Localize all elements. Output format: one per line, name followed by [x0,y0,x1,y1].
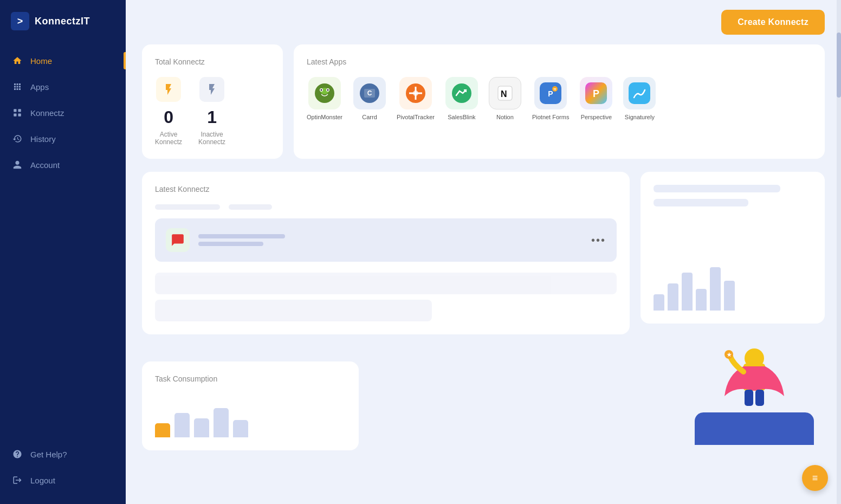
app-item-piotnet[interactable]: P π Piotnet Forms [532,77,569,120]
perspective-icon: P [580,77,612,109]
salesblink-icon [445,77,478,109]
app-item-salesblink[interactable]: SalesBlink [445,77,478,120]
sidebar-label-help: Get Help? [30,450,67,459]
chart-bar-3 [194,418,209,437]
piotnet-icon: P π [534,77,567,109]
ghost-bar-2 [654,199,748,206]
konnectz-placeholder-top [155,204,617,210]
konnectz-more-button[interactable]: ••• [591,234,606,247]
history-icon [12,133,23,144]
inactive-label: InactiveKonnectz [198,131,225,146]
total-konnectz-card: Total Konnectz 0 ActiveKonnectz 1 [142,44,283,159]
chat-fab-button[interactable]: ≡ [802,465,828,491]
active-icon [156,77,181,102]
sidebar-item-konnectz[interactable]: Konnectz [0,100,126,126]
salesblink-label: SalesBlink [448,114,475,120]
svg-rect-28 [755,390,764,406]
sidebar-item-logout[interactable]: Logout [0,467,126,493]
pivotaltracker-icon [399,77,432,109]
sidebar-label-home: Home [30,56,52,66]
sidebar-label-apps: Apps [30,82,49,92]
signaturely-icon [623,77,656,109]
apps-icon [12,81,23,92]
apps-grid: OptinMonster C Carrd [307,77,812,120]
konnectz-item-text [198,234,285,246]
sidebar-item-help[interactable]: Get Help? [0,441,126,467]
konnectz-item-icon [166,228,190,252]
logo-icon: > [11,12,29,30]
app-item-carrd[interactable]: C Carrd [353,77,386,120]
svg-text:C: C [367,89,372,97]
svg-rect-27 [745,390,753,406]
app-item-signaturely[interactable]: Signaturely [623,77,656,120]
bottom-cards-row: Latest Konnectz ••• [142,172,825,334]
svg-point-9 [327,89,329,91]
task-row: Task Consumption [142,347,825,450]
task-chart [155,394,346,437]
task-consumption-card: Task Consumption [142,361,359,450]
sidebar-label-konnectz: Konnectz [30,108,64,118]
active-konnectz-stat: 0 ActiveKonnectz [155,77,182,146]
text-bar-1 [198,234,285,238]
topbar: Create Konnectz [126,0,841,44]
sidebar-item-history[interactable]: History [0,126,126,152]
sidebar-bottom: Get Help? Logout [0,436,126,504]
create-konnectz-button[interactable]: Create Konnectz [721,10,825,35]
inactive-konnectz-stat: 1 InactiveKonnectz [198,77,225,146]
latest-konnectz-title: Latest Konnectz [155,185,617,193]
sidebar-item-account[interactable]: Account [0,152,126,178]
svg-text:★: ★ [727,352,732,358]
active-label: ActiveKonnectz [155,131,182,146]
total-konnectz-title: Total Konnectz [155,57,270,66]
svg-rect-1 [18,109,21,112]
logout-icon [12,475,23,486]
svg-rect-0 [14,109,16,112]
sidebar: > KonnectzIT Home Apps Konnectz Histor [0,0,126,504]
chart-bar-4 [214,408,229,437]
pivotaltracker-label: PivotalTracker [397,114,435,120]
signaturely-label: Signaturely [625,114,655,120]
ghost-column-card [641,172,825,324]
notion-icon: N [489,77,521,109]
konnectz-icon [12,107,23,118]
piotnet-label: Piotnet Forms [532,114,569,120]
hero-illustration: ★ [695,347,814,445]
sidebar-item-home[interactable]: Home [0,48,126,74]
svg-text:N: N [501,89,507,99]
optinmonster-icon [308,77,341,109]
svg-text:P: P [548,89,553,98]
latest-apps-title: Latest Apps [307,57,812,66]
logo-area: > KonnectzIT [0,0,126,42]
hero-svg: ★ [706,331,803,423]
ghost-chart [654,256,812,311]
task-consumption-title: Task Consumption [155,374,346,383]
hero-illustration-area: ★ [370,347,825,450]
inactive-icon [199,77,224,102]
chart-bar-2 [174,413,190,437]
app-item-notion[interactable]: N Notion [489,77,521,120]
notion-label: Notion [496,114,514,120]
account-icon [12,159,23,170]
active-count: 0 [164,107,173,127]
konnectz-placeholder-bottom [155,273,617,321]
inactive-count: 1 [207,107,217,127]
text-bar-2 [198,242,263,246]
konnectz-list-item[interactable]: ••• [155,218,617,262]
top-cards-row: Total Konnectz 0 ActiveKonnectz 1 [142,44,825,159]
main-nav: Home Apps Konnectz History Account [0,42,126,436]
svg-point-14 [413,91,418,96]
app-item-perspective[interactable]: P Perspective [580,77,612,120]
scrollbar-track[interactable] [837,0,841,504]
sidebar-label-account: Account [30,160,60,170]
app-item-optinmonster[interactable]: OptinMonster [307,77,342,120]
app-item-pivotaltracker[interactable]: PivotalTracker [397,77,435,120]
chat-fab-icon: ≡ [812,473,818,484]
sidebar-item-apps[interactable]: Apps [0,74,126,100]
perspective-label: Perspective [581,114,612,120]
scrollbar-thumb[interactable] [837,33,841,98]
sidebar-label-history: History [30,134,56,144]
konnectz-stats: 0 ActiveKonnectz 1 InactiveKonnectz [155,77,270,146]
latest-apps-card: Latest Apps [294,44,825,159]
svg-rect-2 [14,114,16,117]
latest-konnectz-card: Latest Konnectz ••• [142,172,630,334]
